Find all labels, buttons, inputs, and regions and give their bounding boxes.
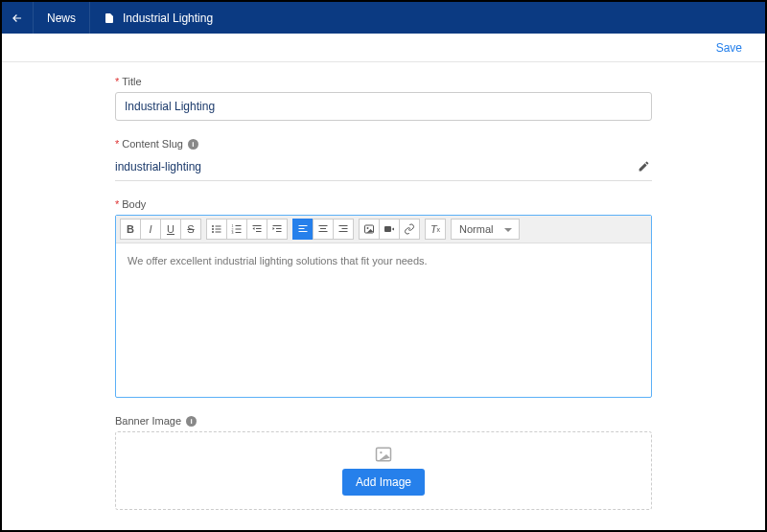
svg-rect-17 <box>276 231 282 232</box>
svg-rect-3 <box>216 226 221 227</box>
svg-rect-14 <box>256 231 262 232</box>
banner-label: Banner Image <box>115 415 181 427</box>
app-header: News Industrial Lighting <box>2 2 765 34</box>
back-button[interactable] <box>2 2 34 34</box>
format-select[interactable]: Normal <box>451 219 520 240</box>
ordered-list-button[interactable]: 123 <box>226 219 247 240</box>
breadcrumb-parent[interactable]: News <box>34 2 90 34</box>
italic-button[interactable]: I <box>140 219 161 240</box>
title-label-row: * Title <box>115 76 652 87</box>
svg-rect-20 <box>299 231 308 232</box>
pencil-icon <box>638 160 650 173</box>
bullet-list-button[interactable] <box>206 219 227 240</box>
video-icon <box>384 223 395 235</box>
image-button[interactable] <box>359 219 380 240</box>
svg-rect-26 <box>339 231 348 232</box>
link-button[interactable] <box>399 219 420 240</box>
rich-text-editor: B I U S 123 Tx Normal <box>115 215 652 398</box>
form-content: * Title * Content Slug i industrial-ligh… <box>115 64 652 528</box>
required-marker: * <box>115 76 119 87</box>
svg-rect-22 <box>320 228 326 229</box>
breadcrumb-parent-label: News <box>47 12 76 25</box>
svg-point-2 <box>212 231 214 233</box>
field-body: * Body B I U S 123 <box>115 198 652 398</box>
svg-rect-19 <box>299 228 305 229</box>
svg-rect-5 <box>216 232 221 233</box>
svg-rect-15 <box>273 225 282 226</box>
field-banner: Banner Image i Add Image <box>115 415 652 510</box>
outdent-icon <box>251 223 263 235</box>
excerpt-label-row: Excerpt i <box>115 527 652 528</box>
svg-point-28 <box>367 227 369 229</box>
svg-point-1 <box>212 228 214 230</box>
strikethrough-button[interactable]: S <box>180 219 201 240</box>
info-icon[interactable]: i <box>188 139 198 150</box>
svg-rect-13 <box>256 228 262 229</box>
field-slug: * Content Slug i industrial-lighting <box>115 138 652 181</box>
slug-label-row: * Content Slug i <box>115 138 652 150</box>
excerpt-label: Excerpt <box>115 527 151 528</box>
underline-button[interactable]: U <box>160 219 181 240</box>
indent-icon <box>271 223 283 235</box>
align-right-button[interactable] <box>333 219 354 240</box>
body-label-row: * Body <box>115 198 652 210</box>
outdent-button[interactable] <box>246 219 267 240</box>
field-title: * Title <box>115 76 652 121</box>
add-image-button[interactable]: Add Image <box>342 469 425 496</box>
svg-rect-11 <box>236 232 242 233</box>
video-button[interactable] <box>379 219 400 240</box>
svg-rect-10 <box>236 229 242 230</box>
svg-rect-24 <box>339 225 348 226</box>
svg-rect-25 <box>342 228 348 229</box>
edit-slug-button[interactable] <box>636 158 652 174</box>
align-right-icon <box>337 223 349 235</box>
svg-rect-16 <box>276 228 282 229</box>
title-input[interactable] <box>115 92 652 121</box>
action-toolbar: Save <box>2 34 765 62</box>
svg-rect-23 <box>319 231 328 232</box>
required-marker: * <box>115 138 119 150</box>
align-left-button[interactable] <box>292 219 314 240</box>
arrow-left-icon <box>11 12 24 25</box>
slug-value: industrial-lighting <box>115 160 636 173</box>
save-button[interactable]: Save <box>716 41 742 55</box>
align-center-icon <box>317 223 329 235</box>
svg-point-0 <box>212 225 214 227</box>
banner-dropzone[interactable]: Add Image <box>115 431 652 510</box>
svg-point-31 <box>380 451 382 453</box>
required-marker: * <box>115 198 119 210</box>
field-excerpt: Excerpt i <box>115 527 652 528</box>
image-icon <box>363 223 375 235</box>
align-center-button[interactable] <box>313 219 334 240</box>
editor-toolbar: B I U S 123 Tx Normal <box>116 216 651 243</box>
slug-label: Content Slug <box>122 138 183 150</box>
form-scroll-area[interactable]: * Title * Content Slug i industrial-ligh… <box>4 64 763 528</box>
indent-button[interactable] <box>267 219 288 240</box>
list-ol-icon: 123 <box>231 223 243 235</box>
list-ul-icon <box>211 223 222 235</box>
svg-rect-18 <box>299 225 308 226</box>
title-label: Title <box>122 76 141 87</box>
info-icon[interactable]: i <box>186 416 197 427</box>
link-icon <box>404 223 415 235</box>
clear-format-button[interactable]: Tx <box>425 219 446 240</box>
bold-button[interactable]: B <box>120 219 141 240</box>
editor-textarea[interactable]: We offer excellent industrial lighting s… <box>116 243 651 397</box>
banner-label-row: Banner Image i <box>115 415 652 427</box>
breadcrumb-current: Industrial Lighting <box>90 2 226 34</box>
slug-row: industrial-lighting <box>115 154 652 181</box>
document-icon <box>104 12 115 25</box>
image-placeholder-icon <box>129 446 638 463</box>
align-left-icon <box>297 223 309 235</box>
format-select-label: Normal <box>459 223 493 235</box>
svg-rect-4 <box>216 229 221 230</box>
svg-rect-29 <box>384 226 391 232</box>
breadcrumb-current-label: Industrial Lighting <box>123 12 213 25</box>
body-label: Body <box>122 198 146 210</box>
info-icon[interactable]: i <box>155 528 166 529</box>
svg-rect-12 <box>253 225 262 226</box>
svg-text:3: 3 <box>232 231 234 235</box>
svg-rect-21 <box>319 225 328 226</box>
svg-rect-9 <box>236 225 242 226</box>
editor-content: We offer excellent industrial lighting s… <box>128 255 428 266</box>
